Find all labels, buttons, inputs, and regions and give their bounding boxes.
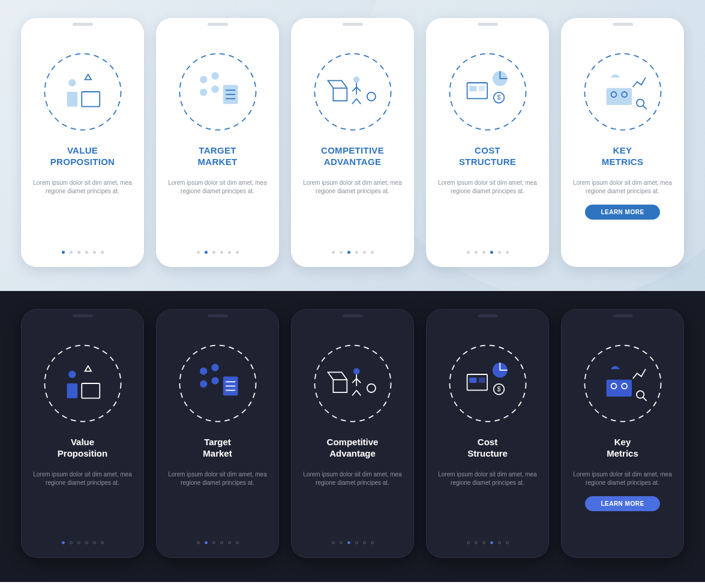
step-dot[interactable] bbox=[85, 251, 88, 254]
phone-notch bbox=[613, 23, 633, 26]
learn-more-button[interactable]: LEARN MORE bbox=[585, 496, 659, 511]
card-description: Lorem ipsum dolor sit dim amet, mea regi… bbox=[569, 179, 676, 196]
step-dot[interactable] bbox=[371, 541, 374, 544]
onboarding-row-light: VALUE PROPOSITIONLorem ipsum dolor sit d… bbox=[0, 0, 705, 291]
svg-point-34 bbox=[200, 368, 207, 375]
phone-notch bbox=[73, 23, 93, 26]
card-title: Key Metrics bbox=[607, 437, 638, 460]
svg-rect-1 bbox=[67, 92, 77, 107]
svg-point-13 bbox=[314, 53, 391, 130]
svg-line-57 bbox=[643, 397, 646, 401]
step-dot[interactable] bbox=[197, 251, 200, 254]
step-dot[interactable] bbox=[332, 541, 335, 544]
step-dot[interactable] bbox=[101, 541, 104, 544]
card-description: Lorem ipsum dolor sit dim amet, mea regi… bbox=[570, 470, 675, 488]
step-dot[interactable] bbox=[467, 541, 470, 544]
step-dot[interactable] bbox=[475, 541, 478, 544]
step-dot[interactable] bbox=[212, 541, 215, 544]
onboarding-card-key-metrics: Key MetricsLorem ipsum dolor sit dim ame… bbox=[561, 309, 684, 558]
step-dot[interactable] bbox=[482, 541, 485, 544]
step-indicator bbox=[467, 251, 509, 254]
step-dot[interactable] bbox=[93, 251, 96, 254]
step-indicator bbox=[332, 251, 374, 254]
step-dot[interactable] bbox=[62, 251, 65, 254]
step-dot[interactable] bbox=[363, 541, 366, 544]
step-dot[interactable] bbox=[340, 541, 343, 544]
card-description: Lorem ipsum dolor sit dim amet, mea regi… bbox=[29, 179, 136, 196]
step-dot[interactable] bbox=[363, 251, 366, 254]
step-dot[interactable] bbox=[498, 251, 501, 254]
svg-point-56 bbox=[636, 391, 643, 398]
step-dot[interactable] bbox=[62, 541, 65, 544]
step-dot[interactable] bbox=[371, 251, 374, 254]
onboarding-card-value-proposition: VALUE PROPOSITIONLorem ipsum dolor sit d… bbox=[21, 18, 144, 267]
step-dot[interactable] bbox=[77, 541, 80, 544]
phone-notch bbox=[343, 23, 363, 26]
step-dot[interactable] bbox=[212, 251, 215, 254]
step-indicator bbox=[197, 251, 239, 254]
step-dot[interactable] bbox=[70, 541, 73, 544]
step-dot[interactable] bbox=[490, 541, 493, 544]
svg-point-3 bbox=[68, 79, 76, 86]
onboarding-card-target-market: Target MarketLorem ipsum dolor sit dim a… bbox=[156, 309, 279, 558]
card-description: Lorem ipsum dolor sit dim amet, mea regi… bbox=[165, 470, 270, 488]
phone-notch bbox=[343, 314, 363, 317]
svg-rect-2 bbox=[82, 92, 100, 107]
step-dot[interactable] bbox=[197, 541, 200, 544]
phone-notch bbox=[613, 314, 633, 317]
svg-rect-43 bbox=[333, 380, 347, 392]
step-dot[interactable] bbox=[77, 251, 80, 254]
step-dot[interactable] bbox=[498, 541, 501, 544]
svg-point-42 bbox=[314, 345, 391, 421]
svg-rect-30 bbox=[67, 383, 77, 398]
step-dot[interactable] bbox=[101, 251, 104, 254]
step-dot[interactable] bbox=[220, 251, 223, 254]
step-dot[interactable] bbox=[332, 251, 335, 254]
step-dot[interactable] bbox=[467, 251, 470, 254]
value-proposition-icon bbox=[38, 47, 128, 137]
step-dot[interactable] bbox=[236, 251, 239, 254]
phone-notch bbox=[208, 23, 228, 26]
step-dot[interactable] bbox=[355, 541, 358, 544]
step-dot[interactable] bbox=[93, 541, 96, 544]
step-dot[interactable] bbox=[70, 251, 73, 254]
svg-point-7 bbox=[200, 89, 207, 96]
target-market-icon bbox=[173, 47, 263, 137]
onboarding-card-competitive-advantage: COMPETITIVE ADVANTAGELorem ipsum dolor s… bbox=[291, 18, 414, 267]
step-dot[interactable] bbox=[220, 541, 223, 544]
card-title: Target Market bbox=[203, 437, 232, 460]
svg-point-32 bbox=[68, 371, 76, 378]
step-dot[interactable] bbox=[347, 251, 350, 254]
phone-notch bbox=[478, 314, 498, 317]
step-dot[interactable] bbox=[506, 251, 509, 254]
svg-point-6 bbox=[211, 72, 218, 79]
step-dot[interactable] bbox=[236, 541, 239, 544]
svg-point-44 bbox=[353, 368, 359, 374]
onboarding-row-dark: Value PropositionLorem ipsum dolor sit d… bbox=[0, 291, 705, 582]
step-dot[interactable] bbox=[482, 251, 485, 254]
step-dot[interactable] bbox=[228, 251, 231, 254]
step-dot[interactable] bbox=[205, 251, 208, 254]
svg-rect-19 bbox=[479, 86, 485, 91]
svg-text:$: $ bbox=[497, 94, 500, 101]
svg-point-27 bbox=[636, 99, 643, 106]
step-dot[interactable] bbox=[85, 541, 88, 544]
step-dot[interactable] bbox=[340, 251, 343, 254]
step-dot[interactable] bbox=[347, 541, 350, 544]
card-title: Value Proposition bbox=[58, 437, 107, 460]
cost-structure-icon: $ bbox=[443, 338, 533, 428]
step-dot[interactable] bbox=[228, 541, 231, 544]
step-dot[interactable] bbox=[205, 541, 208, 544]
step-dot[interactable] bbox=[355, 251, 358, 254]
card-description: Lorem ipsum dolor sit dim amet, mea regi… bbox=[30, 470, 135, 488]
step-dot[interactable] bbox=[475, 251, 478, 254]
onboarding-card-competitive-advantage: Competitive AdvantageLorem ipsum dolor s… bbox=[291, 309, 414, 558]
svg-point-8 bbox=[211, 85, 218, 92]
onboarding-card-cost-structure: $ Cost StructureLorem ipsum dolor sit di… bbox=[426, 309, 549, 558]
learn-more-button[interactable]: LEARN MORE bbox=[585, 205, 659, 220]
step-dot[interactable] bbox=[506, 541, 509, 544]
step-indicator bbox=[197, 541, 239, 544]
onboarding-card-target-market: TARGET MARKETLorem ipsum dolor sit dim a… bbox=[156, 18, 279, 267]
step-dot[interactable] bbox=[490, 251, 493, 254]
phone-notch bbox=[478, 23, 498, 26]
